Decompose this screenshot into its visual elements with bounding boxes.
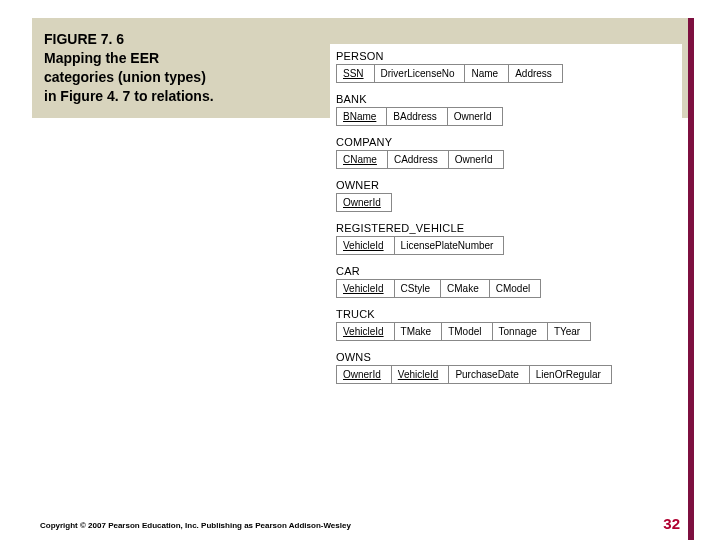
relation-attribute: CStyle — [395, 280, 441, 297]
relation-block: REGISTERED_VEHICLEVehicleIdLicensePlateN… — [336, 222, 676, 255]
relation-attribute: CModel — [490, 280, 541, 297]
relation-attribute: VehicleId — [337, 323, 395, 340]
relation-name: OWNER — [336, 179, 676, 191]
relation-block: BANKBNameBAddressOwnerId — [336, 93, 676, 126]
relation-attribute: TModel — [442, 323, 492, 340]
caption-line-1: FIGURE 7. 6 — [44, 30, 264, 49]
relation-block: CARVehicleIdCStyleCMakeCModel — [336, 265, 676, 298]
relation-schema-row: CNameCAddressOwnerId — [336, 150, 504, 169]
relation-attribute: Tonnage — [493, 323, 548, 340]
relation-attribute: VehicleId — [337, 280, 395, 297]
relation-attribute: TYear — [548, 323, 591, 340]
relation-attribute: OwnerId — [449, 151, 504, 168]
relation-attribute: PurchaseDate — [449, 366, 529, 383]
relation-attribute: CMake — [441, 280, 490, 297]
relation-schema-row: VehicleIdLicensePlateNumber — [336, 236, 504, 255]
page-number: 32 — [663, 515, 680, 532]
relation-name: REGISTERED_VEHICLE — [336, 222, 676, 234]
relation-name: BANK — [336, 93, 676, 105]
relation-attribute: VehicleId — [337, 237, 395, 254]
relation-attribute: TMake — [395, 323, 443, 340]
relation-block: OWNEROwnerId — [336, 179, 676, 212]
relation-schema-row: BNameBAddressOwnerId — [336, 107, 503, 126]
caption-line-4: in Figure 4. 7 to relations. — [44, 87, 264, 106]
relation-name: OWNS — [336, 351, 676, 363]
relation-name: CAR — [336, 265, 676, 277]
relation-schema-row: OwnerId — [336, 193, 392, 212]
caption-line-2: Mapping the EER — [44, 49, 264, 68]
relation-schema-row: OwnerIdVehicleIdPurchaseDateLienOrRegula… — [336, 365, 612, 384]
relation-attribute: LienOrRegular — [530, 366, 612, 383]
relation-attribute: BName — [337, 108, 387, 125]
relation-attribute: Address — [509, 65, 563, 82]
relation-attribute: Name — [465, 65, 509, 82]
relation-name: PERSON — [336, 50, 676, 62]
figure-caption: FIGURE 7. 6 Mapping the EER categories (… — [44, 30, 264, 106]
relation-name: COMPANY — [336, 136, 676, 148]
relation-block: COMPANYCNameCAddressOwnerId — [336, 136, 676, 169]
relations-diagram: PERSONSSNDriverLicenseNoNameAddressBANKB… — [330, 44, 682, 404]
relation-name: TRUCK — [336, 308, 676, 320]
relation-attribute: CAddress — [388, 151, 449, 168]
relation-schema-row: VehicleIdTMakeTModelTonnageTYear — [336, 322, 591, 341]
relation-attribute: OwnerId — [448, 108, 503, 125]
relation-attribute: SSN — [337, 65, 375, 82]
relation-block: OWNSOwnerIdVehicleIdPurchaseDateLienOrRe… — [336, 351, 676, 384]
relation-attribute: DriverLicenseNo — [375, 65, 466, 82]
relation-attribute: CName — [337, 151, 388, 168]
relation-schema-row: VehicleIdCStyleCMakeCModel — [336, 279, 541, 298]
relation-attribute: OwnerId — [337, 366, 392, 383]
relation-block: PERSONSSNDriverLicenseNoNameAddress — [336, 50, 676, 83]
relation-attribute: VehicleId — [392, 366, 450, 383]
relation-attribute: LicensePlateNumber — [395, 237, 505, 254]
right-rule — [688, 18, 694, 540]
relation-schema-row: SSNDriverLicenseNoNameAddress — [336, 64, 563, 83]
relation-block: TRUCKVehicleIdTMakeTModelTonnageTYear — [336, 308, 676, 341]
relation-attribute: OwnerId — [337, 194, 392, 211]
relation-attribute: BAddress — [387, 108, 447, 125]
caption-line-3: categories (union types) — [44, 68, 264, 87]
copyright-footer: Copyright © 2007 Pearson Education, Inc.… — [40, 521, 351, 530]
